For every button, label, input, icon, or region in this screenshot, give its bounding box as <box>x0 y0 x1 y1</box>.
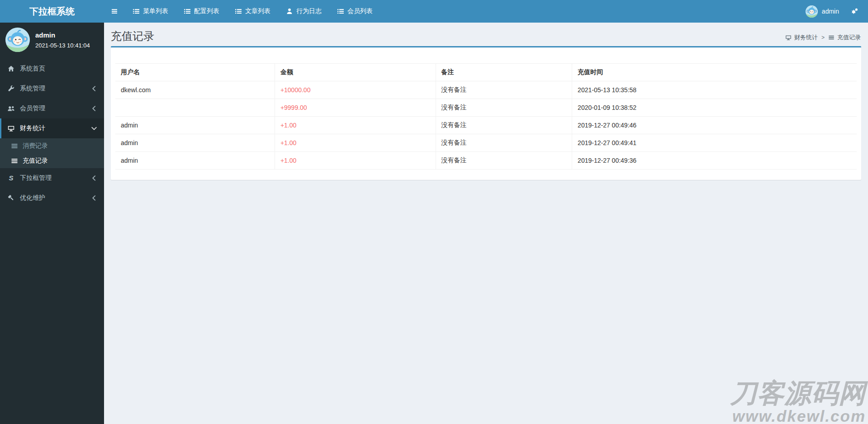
sidebar-item-label: 下拉框管理 <box>20 174 52 182</box>
user-avatar <box>806 5 818 18</box>
list-icon <box>235 8 242 15</box>
sidebar-item-system-manage[interactable]: 系统管理 <box>0 79 104 99</box>
breadcrumb-separator: > <box>821 34 825 41</box>
column-header-username: 用户名 <box>115 64 275 81</box>
sidebar-menu: 系统首页 系统管理 会员管理 财务统计 消费记录 充值记录 <box>0 59 104 208</box>
chevron-left-icon <box>90 105 98 112</box>
desktop-icon <box>7 125 15 132</box>
app-title: 下拉框系统 <box>29 5 75 18</box>
cell-time: 2019-12-27 00:49:41 <box>572 134 857 152</box>
desktop-icon <box>785 34 792 41</box>
table-row: dkewl.com +10000.00 没有备注 2021-05-13 10:3… <box>115 81 857 99</box>
sidebar-item-consume-records[interactable]: 消费记录 <box>0 138 104 153</box>
person-icon <box>286 8 293 15</box>
list-icon <box>133 8 140 15</box>
cell-username: admin <box>115 134 275 152</box>
cogs-icon <box>851 8 858 15</box>
main-content: 充值记录 财务统计 > 充值记录 用户名 金额 备注 充值时间 <box>104 23 868 424</box>
sidebar-toggle-button[interactable] <box>104 0 125 23</box>
column-header-time: 充值时间 <box>572 64 857 81</box>
cell-time: 2019-12-27 00:49:46 <box>572 117 857 134</box>
list-icon <box>337 8 344 15</box>
sidebar-user-avatar <box>5 28 30 52</box>
sidebar: admin 2021-05-13 10:41:04 系统首页 系统管理 会员管理… <box>0 23 104 424</box>
nav-item-config-list[interactable]: 配置列表 <box>176 0 227 23</box>
sidebar-item-member-manage[interactable]: 会员管理 <box>0 99 104 118</box>
nav-item-label: 配置列表 <box>194 7 219 15</box>
breadcrumb-recharge-records: 充值记录 <box>828 33 861 42</box>
cell-time: 2021-05-13 10:35:58 <box>572 81 857 99</box>
nav-item-action-log[interactable]: 行为日志 <box>278 0 329 23</box>
top-navbar: 菜单列表 配置列表 文章列表 行为日志 会员列表 admin <box>104 0 868 23</box>
sidebar-item-label: 充值记录 <box>23 157 48 165</box>
nav-item-label: 文章列表 <box>245 7 270 15</box>
settings-button[interactable] <box>844 0 862 23</box>
chevron-left-icon <box>90 174 98 182</box>
cell-note: 没有备注 <box>436 99 572 117</box>
table-header-row: 用户名 金额 备注 充值时间 <box>115 64 857 81</box>
cell-time: 2020-01-09 10:38:52 <box>572 99 857 117</box>
sidebar-submenu-finance: 消费记录 充值记录 <box>0 138 104 168</box>
sidebar-item-optimize-maintain[interactable]: 优化维护 <box>0 188 104 208</box>
nav-item-menu-list[interactable]: 菜单列表 <box>125 0 176 23</box>
table-row: admin +1.00 没有备注 2019-12-27 00:49:36 <box>115 152 857 170</box>
sidebar-item-finance-stats[interactable]: 财务统计 <box>0 118 104 138</box>
breadcrumb-label: 财务统计 <box>794 33 818 42</box>
top-header: 下拉框系统 菜单列表 配置列表 文章列表 行为日志 <box>0 0 868 23</box>
s-icon: S <box>7 174 15 182</box>
navbar-right: admin <box>801 0 868 23</box>
cell-note: 没有备注 <box>436 117 572 134</box>
chevron-left-icon <box>90 194 98 202</box>
sidebar-item-recharge-records[interactable]: 充值记录 <box>0 153 104 168</box>
list-icon <box>184 8 191 15</box>
watermark-url: www.dkewl.com <box>730 408 866 424</box>
sidebar-user-name: admin <box>35 31 90 39</box>
cell-username <box>115 99 275 117</box>
column-header-note: 备注 <box>436 64 572 81</box>
breadcrumb-finance-stats[interactable]: 财务统计 <box>785 33 818 42</box>
users-icon <box>7 105 15 112</box>
home-icon <box>7 65 15 72</box>
sidebar-login-time: 2021-05-13 10:41:04 <box>35 42 90 49</box>
sidebar-item-dropdown-manage[interactable]: S 下拉框管理 <box>0 168 104 188</box>
lines-icon <box>828 34 835 41</box>
page-title: 充值记录 <box>111 29 861 43</box>
breadcrumb: 财务统计 > 充值记录 <box>785 33 861 42</box>
breadcrumb-label: 充值记录 <box>837 33 861 42</box>
sidebar-item-label: 系统首页 <box>20 65 45 73</box>
gavel-icon <box>7 194 15 202</box>
cell-note: 没有备注 <box>436 152 572 170</box>
navbar-menu: 菜单列表 配置列表 文章列表 行为日志 会员列表 <box>125 0 380 23</box>
nav-item-label: 行为日志 <box>296 7 322 15</box>
sidebar-item-label: 优化维护 <box>20 194 45 202</box>
content-header: 充值记录 财务统计 > 充值记录 <box>104 23 868 46</box>
cell-username: admin <box>115 117 275 134</box>
chevron-down-icon <box>90 125 98 132</box>
nav-item-article-list[interactable]: 文章列表 <box>227 0 278 23</box>
table-row: admin +1.00 没有备注 2019-12-27 00:49:46 <box>115 117 857 134</box>
watermark-name: 刀客源码网 <box>730 380 866 407</box>
hamburger-icon <box>111 8 118 15</box>
lines-icon <box>11 142 18 150</box>
column-header-amount: 金额 <box>275 64 436 81</box>
nav-item-member-list[interactable]: 会员列表 <box>329 0 380 23</box>
wrench-icon <box>7 85 15 92</box>
records-box: 用户名 金额 备注 充值时间 dkewl.com +10000.00 没有备注 … <box>111 46 861 180</box>
table-row: admin +1.00 没有备注 2019-12-27 00:49:41 <box>115 134 857 152</box>
sidebar-item-label: 会员管理 <box>20 104 45 113</box>
sidebar-item-label: 财务统计 <box>20 124 45 132</box>
sidebar-item-home[interactable]: 系统首页 <box>0 59 104 79</box>
cell-amount: +9999.00 <box>275 99 436 117</box>
cell-amount: +1.00 <box>275 134 436 152</box>
cell-amount: +10000.00 <box>275 81 436 99</box>
user-menu[interactable]: admin <box>801 0 844 23</box>
app-logo[interactable]: 下拉框系统 <box>0 0 104 23</box>
cell-note: 没有备注 <box>436 81 572 99</box>
recharge-table: 用户名 金额 备注 充值时间 dkewl.com +10000.00 没有备注 … <box>115 63 857 170</box>
sidebar-user-panel: admin 2021-05-13 10:41:04 <box>0 23 104 57</box>
cell-username: admin <box>115 152 275 170</box>
user-name: admin <box>822 8 839 15</box>
nav-item-label: 菜单列表 <box>143 7 168 15</box>
sidebar-item-label: 系统管理 <box>20 85 45 93</box>
cell-time: 2019-12-27 00:49:36 <box>572 152 857 170</box>
